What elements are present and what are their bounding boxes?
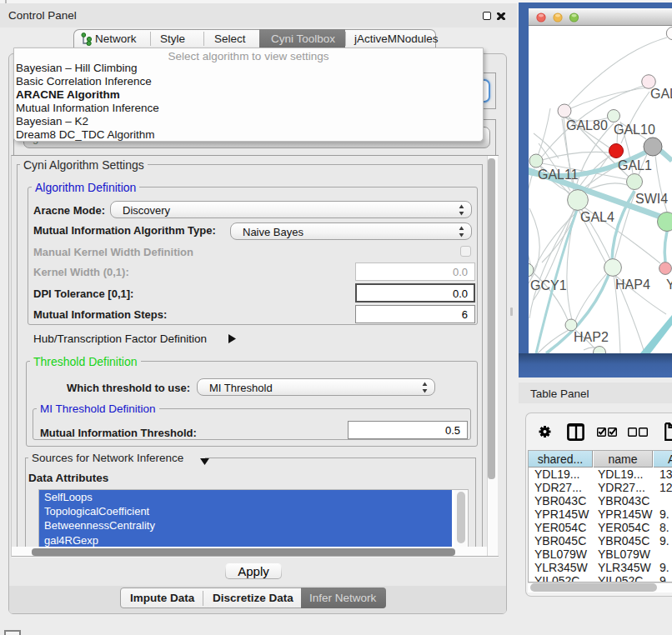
- svg-text:GAL10: GAL10: [614, 122, 655, 137]
- svg-text:GCY1: GCY1: [530, 278, 567, 292]
- svg-text:GAL4: GAL4: [580, 210, 614, 224]
- svg-text:HAP2: HAP2: [574, 330, 609, 344]
- svg-text:GAL80: GAL80: [566, 118, 608, 132]
- svg-text:Y: Y: [666, 278, 672, 292]
- svg-text:GAL1: GAL1: [618, 158, 652, 172]
- svg-text:HAP4: HAP4: [615, 278, 650, 292]
- svg-text:GAL11: GAL11: [538, 168, 579, 182]
- svg-text:GAL: GAL: [650, 87, 672, 101]
- svg-text:SWI4: SWI4: [635, 192, 668, 206]
